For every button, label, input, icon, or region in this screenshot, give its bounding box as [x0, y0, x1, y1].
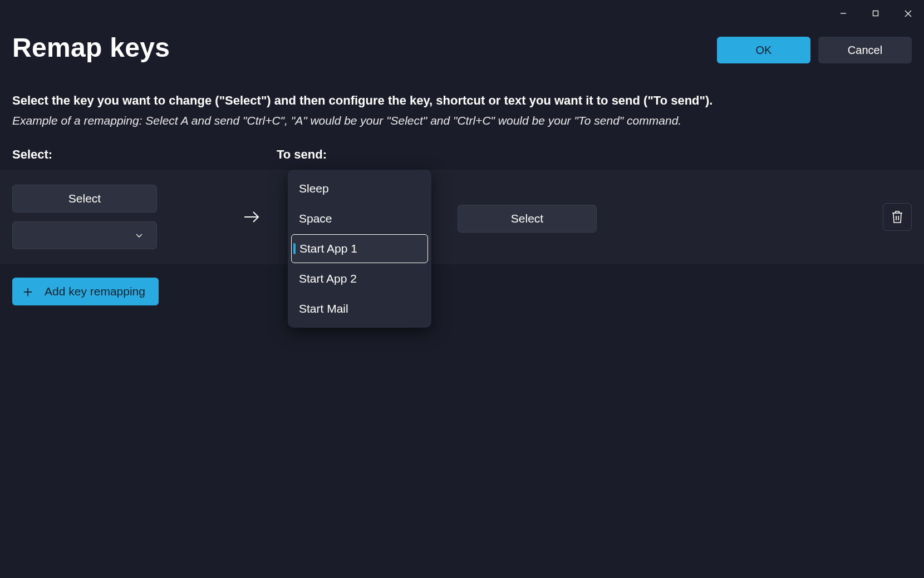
dropdown-item-start-mail[interactable]: Start Mail [291, 294, 428, 323]
plus-icon: ＋ [20, 284, 36, 299]
remap-keys-window: Remap keys OK Cancel Select the key you … [0, 0, 924, 578]
key-dropdown[interactable] [12, 221, 157, 249]
trash-icon [891, 210, 903, 224]
select-key-button[interactable]: Select [12, 185, 157, 213]
dropdown-item-sleep[interactable]: Sleep [291, 174, 428, 203]
header: Remap keys OK Cancel [0, 27, 924, 63]
titlebar [0, 0, 924, 27]
delete-row-button[interactable] [883, 203, 912, 231]
tosend-select-button[interactable]: Select [458, 205, 597, 233]
add-button-label: Add key remapping [45, 285, 145, 298]
close-icon [905, 10, 912, 17]
ok-button[interactable]: OK [717, 37, 810, 63]
dropdown-item-space[interactable]: Space [291, 204, 428, 233]
key-dropdown-popup: Sleep Space Start App 1 Start App 2 Star… [288, 170, 431, 328]
svg-rect-1 [873, 11, 878, 16]
close-button[interactable] [892, 0, 924, 27]
minimize-button[interactable] [827, 0, 859, 27]
mapping-row: Select Select [0, 170, 924, 264]
maximize-button[interactable] [859, 0, 892, 27]
column-select-header: Select: [12, 147, 277, 162]
minimize-icon [840, 10, 847, 17]
action-buttons: OK Cancel [717, 37, 912, 63]
delete-column [883, 203, 912, 231]
instructions-example: Example of a remapping: Select A and sen… [12, 110, 912, 132]
column-tosend-header: To send: [277, 147, 912, 162]
dropdown-item-start-app-2[interactable]: Start App 2 [291, 264, 428, 293]
instructions-main: Select the key you want to change ("Sele… [12, 91, 912, 110]
maximize-icon [872, 10, 879, 17]
columns-header: Select: To send: [0, 132, 924, 170]
footer: ＋ Add key remapping [0, 264, 924, 319]
chevron-down-icon [135, 231, 143, 239]
dropdown-item-start-app-1[interactable]: Start App 1 [291, 234, 428, 263]
add-key-remapping-button[interactable]: ＋ Add key remapping [12, 278, 159, 305]
instructions: Select the key you want to change ("Sele… [0, 63, 924, 132]
select-column: Select [12, 185, 218, 249]
arrow-icon [218, 210, 285, 224]
cancel-button[interactable]: Cancel [818, 37, 912, 63]
page-title: Remap keys [12, 32, 170, 63]
